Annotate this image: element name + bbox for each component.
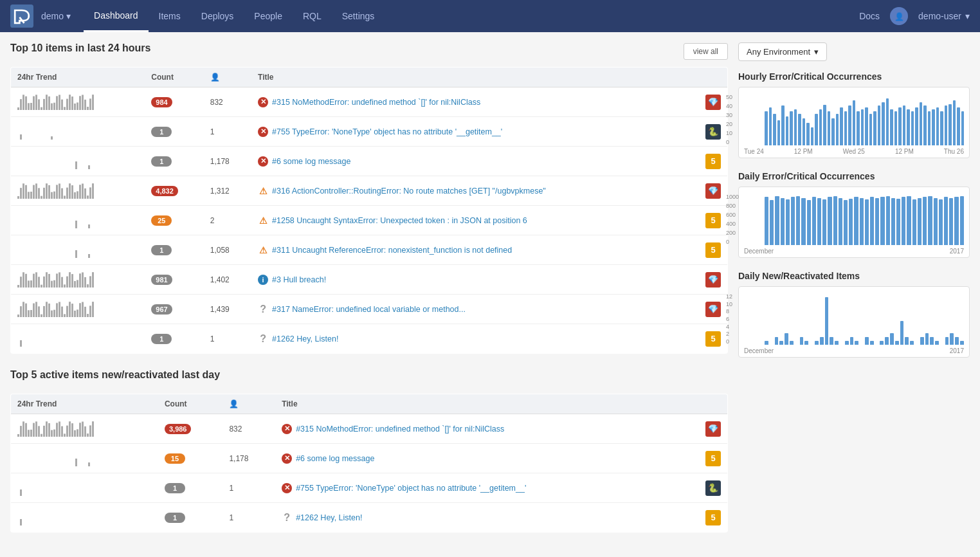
count-badge: 1 xyxy=(165,483,185,493)
bar xyxy=(957,107,960,145)
bar xyxy=(801,198,805,245)
nav-settings[interactable]: Settings xyxy=(332,0,385,32)
bar xyxy=(786,199,790,245)
person-count: 832 xyxy=(210,98,223,107)
svg-rect-89 xyxy=(64,284,66,288)
svg-rect-140 xyxy=(38,426,40,437)
item-title-link[interactable]: #1262 Hey, Listen! xyxy=(296,513,362,522)
item-title-link[interactable]: #3 Hull breach! xyxy=(272,275,326,284)
svg-rect-45 xyxy=(38,188,40,199)
bar xyxy=(857,111,860,145)
user-menu[interactable]: demo-user ▾ xyxy=(918,11,970,21)
item-title-link[interactable]: #6 some log message xyxy=(272,157,350,166)
svg-rect-114 xyxy=(51,311,53,317)
svg-rect-27 xyxy=(79,96,81,110)
svg-rect-44 xyxy=(35,183,37,199)
trend-cell xyxy=(11,473,158,503)
bar xyxy=(923,197,927,245)
svg-rect-134 xyxy=(23,421,24,437)
app-name[interactable]: demo ▾ xyxy=(41,11,71,21)
table-row: 981 1,402 i #3 Hull breach! 💎 xyxy=(11,265,728,295)
svg-rect-103 xyxy=(23,302,24,317)
person-cell: 1,178 xyxy=(204,147,251,176)
table-row: 967 1,439 ? #317 NameError: undefined lo… xyxy=(11,295,728,324)
error-icon: ✕ xyxy=(258,156,268,167)
error-icon: ✕ xyxy=(282,453,292,464)
svg-rect-48 xyxy=(46,183,48,199)
svg-rect-11 xyxy=(38,99,40,110)
svg-rect-113 xyxy=(48,304,50,317)
svg-rect-87 xyxy=(59,272,60,288)
warning-icon: ⚠ xyxy=(258,245,268,255)
item-title-link[interactable]: #755 TypeError: 'NoneType' object has no… xyxy=(272,127,502,136)
item-title-link[interactable]: #315 NoMethodError: undefined method `[]… xyxy=(272,98,480,107)
bar xyxy=(885,337,889,345)
docs-link[interactable]: Docs xyxy=(859,11,880,21)
item-title-link[interactable]: #755 TypeError: 'NoneType' object has no… xyxy=(296,484,526,493)
count-badge: 3,986 xyxy=(165,424,192,434)
count-badge: 981 xyxy=(151,275,172,285)
bar xyxy=(839,198,842,245)
item-title-link[interactable]: #315 NoMethodError: undefined method `[]… xyxy=(296,425,504,434)
svg-rect-23 xyxy=(69,95,71,110)
bar xyxy=(765,111,768,145)
bar xyxy=(945,105,948,145)
bar xyxy=(855,341,858,345)
view-all-button[interactable]: view all xyxy=(684,43,728,60)
item-title-link[interactable]: #1262 Hey, Listen! xyxy=(272,334,338,343)
title-cell-td: ⚠ #311 Uncaught ReferenceError: nonexist… xyxy=(251,235,727,265)
svg-rect-136 xyxy=(28,430,30,437)
hourly-chart-title: Hourly Error/Critical Occurrences xyxy=(738,71,970,82)
person-cell: 1,439 xyxy=(204,295,251,324)
item-title-link[interactable]: #6 some log message xyxy=(296,454,374,463)
nav-items[interactable]: Items xyxy=(149,0,191,32)
bar xyxy=(775,196,779,245)
env-dropdown[interactable]: Any Environment ▾ xyxy=(738,42,827,61)
trend-cell xyxy=(11,444,158,473)
item-title-link[interactable]: #311 Uncaught ReferenceError: nonexisten… xyxy=(272,246,512,255)
nav-deploys[interactable]: Deploys xyxy=(191,0,244,32)
bar xyxy=(781,105,785,145)
logo[interactable] xyxy=(10,5,33,28)
nav-rql[interactable]: RQL xyxy=(293,0,332,32)
svg-rect-70 xyxy=(88,254,90,258)
svg-rect-99 xyxy=(89,276,91,288)
svg-rect-19 xyxy=(59,95,60,110)
svg-rect-66 xyxy=(92,183,94,199)
bar xyxy=(894,111,898,145)
bar xyxy=(930,337,934,345)
svg-rect-41 xyxy=(28,192,30,199)
item-title-link[interactable]: #316 ActionController::RoutingError: No … xyxy=(272,187,546,196)
bar xyxy=(822,199,826,245)
table-row: 3,986 832 ✕ #315 NoMethodError: undefine… xyxy=(11,414,728,444)
top5-table: 24hr Trend Count 👤 Title 3,986 832 ✕ #31… xyxy=(10,394,728,533)
warning-icon: ⚠ xyxy=(258,186,268,196)
bar xyxy=(835,341,839,345)
svg-rect-135 xyxy=(25,423,27,437)
bar xyxy=(815,114,818,145)
python-icon: 🐍 xyxy=(705,480,721,496)
bar xyxy=(915,107,918,145)
title-cell-td: ✕ #6 some log message 5 xyxy=(251,147,727,176)
hourly-y-axis: 50403020100 xyxy=(726,94,732,145)
svg-rect-85 xyxy=(53,280,55,288)
item-title-link[interactable]: #317 NameError: undefined local variable… xyxy=(272,305,466,314)
bar xyxy=(961,111,965,145)
svg-rect-110 xyxy=(41,315,42,317)
trend-cell xyxy=(11,414,158,444)
svg-rect-22 xyxy=(66,99,68,110)
trend-cell xyxy=(11,206,145,235)
bar xyxy=(907,109,910,145)
svg-rect-116 xyxy=(56,303,58,317)
bar xyxy=(794,109,797,145)
item-title-link[interactable]: #1258 Uncaught SyntaxError: Unexpected t… xyxy=(272,216,527,225)
svg-rect-5 xyxy=(23,95,24,110)
nav-people[interactable]: People xyxy=(244,0,293,32)
nav-dashboard[interactable]: Dashboard xyxy=(84,0,149,32)
count-badge: 1 xyxy=(151,245,172,255)
person-count: 1,178 xyxy=(210,157,230,166)
bar xyxy=(865,337,869,345)
svg-rect-15 xyxy=(48,96,50,110)
bar xyxy=(765,197,768,245)
svg-rect-64 xyxy=(87,196,89,199)
